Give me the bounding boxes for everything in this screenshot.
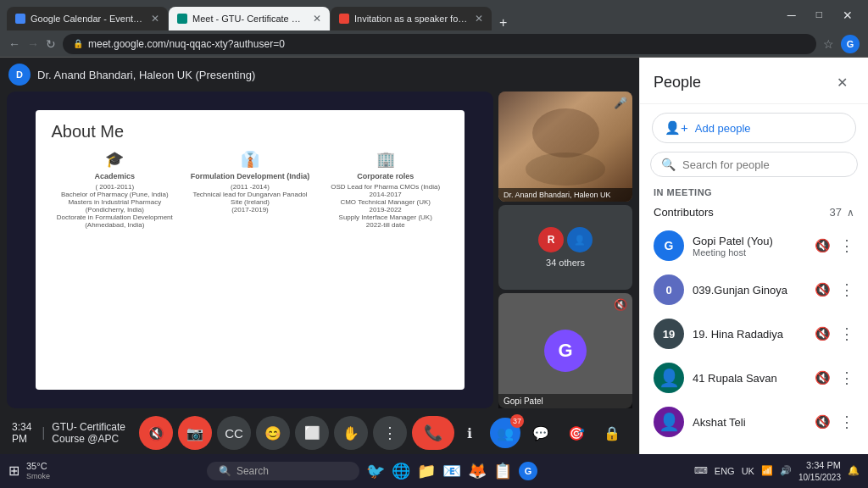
lang-label: ENG (715, 466, 735, 476)
more-participant-hina[interactable]: ⋮ (839, 324, 854, 343)
taskbar-left: ⊞ 35°C Smoke (8, 461, 50, 481)
taskbar-app-4[interactable]: 📧 (442, 462, 461, 480)
present-button[interactable]: ⬜ (295, 416, 329, 450)
profile-avatar[interactable]: G (841, 35, 860, 53)
search-taskbar-label: Search (236, 465, 269, 477)
weather-info: 35°C Smoke (26, 461, 50, 481)
reload-button[interactable]: ↻ (46, 37, 56, 51)
participant-name-gunjan: 039.Gunjan Ginoya (693, 284, 806, 297)
taskbar-right: ⌨ ENG UK 📶 🔊 3:34 PM 10/15/2023 🔔 (694, 459, 860, 482)
speaker-audio-icon: 🎤 (614, 97, 627, 109)
speaker-label: Dr. Anand Bhandari, Haleon UK (498, 188, 632, 202)
url-input[interactable]: 🔒 meet.google.com/nuq-qqac-xty?authuser=… (63, 34, 816, 54)
taskbar-app-7[interactable]: G (519, 462, 537, 480)
clock: 3:34 PM 10/15/2023 (798, 459, 841, 482)
taskbar-app-1[interactable]: 🐦 (366, 462, 385, 480)
time-info: 3:34 PM | GTU- Certificate Course @APC (12, 421, 139, 445)
tab-calendar-label: Google Calendar - Event details (31, 14, 144, 24)
close-panel-button[interactable]: ✕ (829, 69, 854, 95)
participant-item-gunjan[interactable]: 0 039.Gunjan Ginoya 🔇 ⋮ (640, 268, 868, 312)
more-participant-gopi[interactable]: ⋮ (839, 236, 854, 255)
taskbar-center: 🔍 Search 🐦 🌐 📁 📧 🦊 📋 G (207, 462, 537, 480)
activities-button[interactable]: 🎯 (561, 418, 592, 448)
self-mute-icon: 🔇 (614, 298, 627, 311)
contributors-row[interactable]: Contributors 37 ∧ (640, 201, 868, 224)
more-options-button[interactable]: ⋮ (373, 416, 407, 450)
back-button[interactable]: ← (8, 37, 20, 51)
participant-item-akshat[interactable]: 👤 Akshat Teli 🔇 ⋮ (640, 400, 868, 444)
others-tile: R 👤 34 others (498, 205, 632, 290)
others-avatar-1: R (538, 227, 564, 252)
in-meeting-label: IN MEETING (640, 184, 868, 201)
presentation-tile: About Me 🎓 Academics ( 2001-2011) Bachel… (7, 92, 493, 408)
keyboard-icon: ⌨ (694, 465, 708, 476)
search-bar[interactable]: 🔍 (650, 152, 858, 177)
info-button[interactable]: ℹ (454, 418, 485, 448)
new-tab-button[interactable]: + (492, 15, 514, 30)
notifications-icon[interactable]: 🔔 (848, 465, 860, 476)
address-bar: ← → ↻ 🔒 meet.google.com/nuq-qqac-xty?aut… (0, 30, 868, 58)
tab-calendar[interactable]: Google Calendar - Event details ✕ (7, 7, 168, 30)
captions-button[interactable]: CC (217, 416, 251, 450)
current-time: 3:34 PM (12, 421, 35, 445)
participant-item-gopi[interactable]: G Gopi Patel (You) Meeting host 🔇 ⋮ (640, 224, 868, 268)
restore-button[interactable]: □ (808, 8, 831, 22)
self-avatar: G (544, 330, 587, 372)
contributors-count: 37 (830, 206, 842, 219)
mute-participant-akshat[interactable]: 🔇 (815, 414, 831, 430)
browser-chrome: Google Calendar - Event details ✕ Meet -… (0, 0, 868, 30)
mute-participant-gopi[interactable]: 🔇 (815, 238, 831, 253)
participant-item-rupala[interactable]: 👤 41 Rupala Savan 🔇 ⋮ (640, 356, 868, 400)
lang-region: UK (742, 466, 754, 476)
mute-button[interactable]: 🔇 (139, 416, 173, 450)
mute-participant-gunjan[interactable]: 🔇 (815, 282, 831, 297)
bookmark-icon[interactable]: ☆ (823, 37, 834, 51)
more-participant-rupala[interactable]: ⋮ (839, 369, 854, 387)
tab-gmail[interactable]: Invitation as a speaker for GTU -... ✕ (331, 7, 492, 30)
mute-participant-hina[interactable]: 🔇 (815, 326, 831, 341)
end-call-button[interactable]: 📞 (412, 416, 454, 450)
raise-hand-button[interactable]: ✋ (334, 416, 368, 450)
panel-title: People (654, 74, 701, 92)
search-icon: 🔍 (661, 158, 676, 171)
people-badge: 37 (510, 414, 524, 428)
participant-name-rupala: 41 Rupala Savan (693, 372, 806, 385)
safety-button[interactable]: 🔒 (597, 418, 627, 448)
chat-button[interactable]: 💬 (526, 418, 556, 448)
wifi-icon: 📶 (761, 465, 773, 476)
tab-gmail-close[interactable]: ✕ (475, 13, 483, 25)
close-window-button[interactable]: ✕ (834, 8, 861, 22)
self-tile: G 🔇 Gopi Patel (498, 293, 632, 408)
participant-item-hina[interactable]: 19 19. Hina Radadiya 🔇 ⋮ (640, 312, 868, 356)
participant-role-gopi: Meeting host (693, 247, 806, 258)
taskbar-app-3[interactable]: 📁 (417, 462, 436, 480)
presenter-bar: D Dr. Anand Bhandari, Haleon UK (Present… (0, 58, 639, 92)
participant-avatar-hina: 19 (654, 319, 684, 349)
slide-title: About Me (51, 122, 448, 141)
tab-calendar-close[interactable]: ✕ (151, 13, 159, 25)
start-button[interactable]: ⊞ (8, 463, 19, 479)
self-label: Gopi Patel (498, 394, 632, 408)
taskbar-app-2[interactable]: 🌐 (392, 462, 410, 480)
mute-participant-rupala[interactable]: 🔇 (815, 370, 831, 385)
minimize-button[interactable]: ─ (779, 8, 804, 22)
more-participant-gunjan[interactable]: ⋮ (839, 280, 854, 299)
participant-name-gopi: Gopi Patel (You) (693, 235, 806, 247)
taskbar-app-5[interactable]: 🦊 (468, 462, 487, 480)
participant-avatar-rupala: 👤 (654, 363, 684, 393)
forward-button[interactable]: → (27, 37, 39, 51)
add-people-button[interactable]: 👤+ Add people (652, 113, 856, 143)
camera-button[interactable]: 📷 (178, 416, 212, 450)
search-bar-taskbar[interactable]: 🔍 Search (207, 462, 359, 480)
tab-meet[interactable]: Meet - GTU- Certificate Co... ✕ (169, 7, 330, 30)
search-input[interactable] (682, 158, 847, 171)
taskbar: ⊞ 35°C Smoke 🔍 Search 🐦 🌐 📁 📧 🦊 📋 G ⌨ EN… (0, 454, 868, 488)
url-text: meet.google.com/nuq-qqac-xty?authuser=0 (88, 38, 285, 50)
emoji-button[interactable]: 😊 (256, 416, 290, 450)
taskbar-app-6[interactable]: 📋 (493, 462, 512, 480)
speaker-tile: 🎤 Dr. Anand Bhandari, Haleon UK (498, 92, 632, 202)
more-participant-akshat[interactable]: ⋮ (839, 413, 854, 431)
tab-meet-close[interactable]: ✕ (313, 13, 321, 25)
tab-gmail-label: Invitation as a speaker for GTU -... (354, 14, 468, 24)
center-controls: 🔇 📷 CC 😊 ⬜ ✋ ⋮ 📞 (139, 416, 454, 450)
